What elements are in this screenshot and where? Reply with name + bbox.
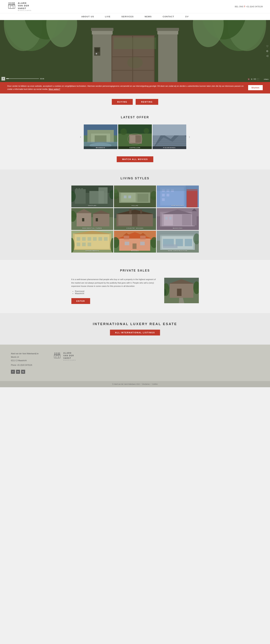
svg-point-32 [96, 53, 97, 54]
svg-rect-89 [167, 194, 169, 196]
svg-rect-127 [87, 237, 91, 241]
listing-card-maabeik[interactable]: MAABEIK [84, 124, 117, 149]
svg-rect-64 [78, 188, 80, 190]
social-facebook-icon[interactable]: f [11, 370, 15, 374]
buying-button[interactable]: BUYING [112, 99, 133, 105]
svg-rect-76 [124, 196, 127, 198]
nav-live[interactable]: LIVE [105, 16, 110, 18]
living-castles-item[interactable]: CASTLES [71, 186, 113, 208]
listing-figanieres-label: FIGANIERES [153, 146, 186, 149]
logo-text: ALARD VAN DER VARST [18, 2, 32, 10]
living-country-item[interactable]: COUNTRY HOUSES [114, 208, 156, 230]
disclaimer-link[interactable]: Disclaimer [142, 383, 150, 385]
living-residential-item[interactable]: RESIDENTIAL FARMS [71, 208, 113, 230]
action-buttons-section: BUYING RENTING [0, 94, 270, 110]
info-icon[interactable]: ⊙ [266, 50, 269, 52]
living-styles-grid: CASTLES VILLAS [71, 186, 199, 252]
svg-point-49 [144, 128, 149, 134]
listing-maabeik-image [84, 124, 117, 149]
svg-rect-84 [187, 189, 198, 208]
site-header: ALARD VAN DER VARST MAKELAARS BEL ONS T … [0, 0, 270, 13]
main-nav: ABOUT US LIVE SERVICES NEWS CONTACT EN² [0, 13, 270, 20]
share-icon[interactable]: ◁ [266, 54, 269, 57]
living-appartments-item[interactable]: APPARTMENTS [71, 231, 113, 252]
nav-lang[interactable]: EN² [185, 16, 189, 18]
penthouses-image [157, 186, 199, 208]
footer-logo-sub: MAKELAARS [63, 360, 76, 361]
listing-card-figanieres[interactable]: FIGANIERES [153, 124, 186, 149]
residential-image [71, 208, 113, 230]
svg-rect-22 [158, 32, 178, 82]
svg-rect-141 [124, 235, 129, 239]
location-roermond: Roermond [75, 290, 157, 292]
fullscreen-icon[interactable]: ⛶ [257, 78, 259, 80]
watch-all-button[interactable]: WATCH ALL MOVIES [117, 156, 153, 162]
svg-rect-88 [162, 194, 165, 196]
cookie-banner: Door verder te klikken op onze website, … [0, 82, 270, 94]
listings-prev-button[interactable]: ‹ [78, 135, 83, 139]
living-mansions-item[interactable]: MANSIONS [157, 208, 199, 230]
svg-rect-143 [140, 235, 146, 239]
nav-news[interactable]: NEWS [145, 16, 152, 18]
svg-rect-21 [91, 28, 113, 31]
listings-next-button[interactable]: › [187, 135, 192, 139]
svg-rect-114 [164, 214, 173, 226]
settings-icon[interactable]: ⚙ [251, 78, 253, 80]
logo-icon [7, 2, 16, 11]
svg-rect-106 [132, 213, 137, 226]
hero-background [0, 20, 270, 82]
svg-rect-147 [133, 244, 137, 249]
new-construction-image [157, 231, 199, 252]
svg-rect-115 [182, 214, 191, 226]
svg-rect-90 [162, 198, 165, 201]
video-pause-button[interactable]: ⏸ [1, 77, 5, 80]
villas-image [114, 186, 156, 208]
nav-services[interactable]: SERVICES [121, 16, 134, 18]
listing-card-kapellen[interactable]: KAPELLEN [118, 124, 152, 149]
footer-phone: Phone +31 (0)43 3470126 [11, 363, 39, 367]
logo[interactable]: ALARD VAN DER VARST MAKELAARS [7, 2, 32, 11]
quality-icon[interactable]: HD [254, 78, 256, 80]
living-villas-item[interactable]: VILLAS [114, 186, 156, 208]
enter-button[interactable]: ENTER [71, 298, 90, 304]
svg-point-34 [127, 57, 143, 68]
listing-kapellen-label: KAPELLEN [118, 146, 152, 149]
footer-company-name: Alard van der Varst Makelaardij bv [11, 352, 39, 355]
mansions-label: MANSIONS [157, 228, 199, 229]
footer-logo-area: ALARD VAN DER VARST MAKELAARS [53, 352, 76, 361]
renting-button[interactable]: RENTING [136, 99, 158, 105]
listing-figanieres-image [153, 124, 186, 149]
country-label: COUNTRY HOUSES [114, 228, 156, 229]
all-listings-button[interactable]: ALL INTERNATIONAL LISTINGS [110, 330, 160, 336]
nav-about-us[interactable]: ABOUT US [81, 16, 94, 18]
video-progress-bar[interactable] [6, 78, 39, 79]
svg-rect-154 [160, 235, 195, 236]
social-google-icon[interactable]: G [21, 370, 25, 374]
living-penthouses-item[interactable]: PENTHOUSES [157, 186, 199, 208]
svg-rect-128 [93, 237, 96, 241]
cookie-more-info-link[interactable]: Meer weten? [49, 88, 60, 90]
svg-rect-126 [82, 237, 86, 241]
nav-contact[interactable]: CONTACT [163, 16, 174, 18]
hero-section: ⏸ 00:06 ♡ ⊙ ◁ 🔇 ⚙ HD ⛶ vimeo [0, 20, 270, 82]
footer-contact-info: Alard van der Varst Makelaardij bv Meerl… [11, 352, 39, 374]
svg-rect-108 [129, 209, 131, 214]
living-new-construction-item[interactable]: NEW CONSTRUCTION [157, 231, 199, 252]
svg-rect-74 [137, 194, 148, 202]
footer-social-icons: f in G [11, 370, 39, 374]
colofon-link[interactable]: Colofon [152, 383, 158, 385]
svg-rect-130 [104, 237, 107, 241]
listings-row: ‹ MAABEIK [4, 124, 266, 149]
volume-icon[interactable]: 🔇 [248, 78, 250, 80]
favorite-icon[interactable]: ♡ [266, 45, 269, 48]
svg-rect-124 [75, 234, 109, 249]
cookie-close-button[interactable]: Sluiten [248, 85, 263, 90]
svg-rect-67 [98, 187, 107, 204]
private-sales-locations: Roermond Maastricht [75, 290, 157, 294]
watch-all-section: WATCH ALL MOVIES [0, 153, 270, 170]
svg-rect-4 [8, 5, 15, 8]
social-linkedin-icon[interactable]: in [16, 370, 20, 374]
svg-point-48 [120, 128, 127, 135]
country-image [114, 208, 156, 230]
living-houses-item[interactable]: HOUSES [114, 231, 156, 252]
